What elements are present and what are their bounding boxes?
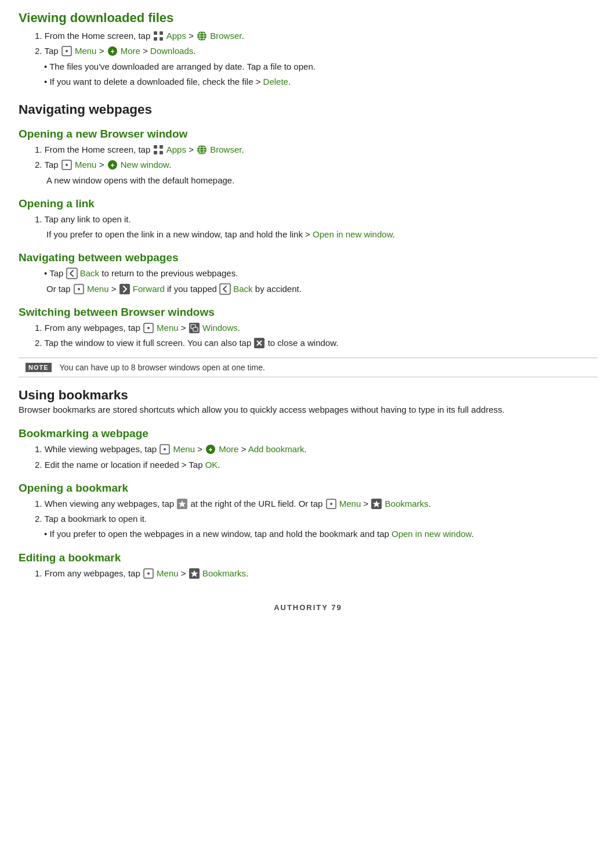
note-label-1: NOTE bbox=[26, 363, 52, 372]
menu-icon-1 bbox=[61, 45, 73, 57]
step-bookmark-1: 1. While viewing webpages, tap Menu > Mo… bbox=[35, 442, 597, 456]
apps-icon-1 bbox=[153, 30, 164, 42]
bullet-view-2: If you want to delete a downloaded file,… bbox=[44, 75, 597, 88]
step-bookmark-2: 2. Edit the name or location if needed >… bbox=[35, 458, 597, 471]
back-label-2: Back bbox=[233, 284, 252, 294]
bookmarks-icon-2 bbox=[189, 568, 200, 579]
bookmarks-icon-1 bbox=[371, 498, 382, 510]
open-new-window-label-1: Open in new window bbox=[313, 229, 393, 239]
more-label-2: More bbox=[219, 444, 238, 454]
menu-label-3: Menu bbox=[87, 284, 109, 294]
bookmarkstar-icon-1 bbox=[176, 498, 188, 510]
menu-icon-3 bbox=[73, 283, 85, 295]
step-openlink-indent: If you prefer to open the link in a new … bbox=[46, 228, 597, 241]
step-openbrowser-2: 2. Tap Menu > New window. bbox=[35, 158, 597, 171]
forward-label-1: Forward bbox=[133, 284, 165, 294]
bookmarks-label-1: Bookmarks bbox=[385, 499, 429, 509]
newwin-icon-1 bbox=[107, 159, 118, 171]
sub-title-edit-bookmark: Editing a bookmark bbox=[19, 551, 597, 564]
bookmarks-intro: Browser bookmarks are stored shortcuts w… bbox=[19, 403, 597, 417]
sub-title-nav-between: Navigating between webpages bbox=[19, 251, 597, 264]
menu-icon-7 bbox=[143, 568, 154, 579]
menu-icon-6 bbox=[325, 498, 337, 510]
note-box-1: NOTE You can have up to 8 browser window… bbox=[19, 358, 597, 377]
step-openbm-2: 2. Tap a bookmark to open it. bbox=[35, 512, 597, 525]
section-title-viewing: Viewing downloaded files bbox=[19, 10, 597, 26]
apps-label-2: Apps bbox=[166, 145, 186, 154]
step-openbrowser-1: 1. From the Home screen, tap Apps > Brow… bbox=[35, 143, 597, 156]
more-icon-2 bbox=[205, 443, 216, 455]
step-view-1: 1. From the Home screen, tap Apps > Brow… bbox=[35, 29, 597, 42]
back-label-1: Back bbox=[80, 268, 99, 278]
section-heading-bookmarks: Using bookmarks bbox=[19, 388, 597, 403]
add-bookmark-label: Add bookmark bbox=[248, 444, 305, 454]
bullet-openbm-1: If you prefer to open the webpages in a … bbox=[44, 527, 597, 540]
step-switch-2: 2. Tap the window to view it full screen… bbox=[35, 336, 597, 349]
step-switch-1: 1. From any webpages, tap Menu > Windows… bbox=[35, 321, 597, 334]
sub-title-opening-link: Opening a link bbox=[19, 197, 597, 210]
step-openbrowser-indent: A new window opens with the default home… bbox=[46, 174, 597, 187]
bullet-nav-1: Tap Back to return to the previous webpa… bbox=[44, 266, 597, 280]
downloads-label: Downloads bbox=[150, 46, 193, 56]
windows-label-1: Windows bbox=[202, 323, 238, 333]
bookmarks-label-2: Bookmarks bbox=[202, 568, 246, 578]
menu-label-1: Menu bbox=[75, 46, 97, 56]
step-editbm-1: 1. From any webpages, tap Menu > Bookmar… bbox=[35, 567, 597, 580]
step-openlink-1: 1. Tap any link to open it. bbox=[35, 212, 597, 226]
browser-icon-2 bbox=[196, 144, 208, 156]
menu-label-7: Menu bbox=[157, 568, 179, 578]
back-icon-1 bbox=[66, 268, 78, 279]
open-new-window-label-2: Open in new window bbox=[392, 529, 472, 539]
browser-label-2: Browser bbox=[210, 145, 241, 154]
sub-title-bookmarking: Bookmarking a webpage bbox=[19, 427, 597, 440]
menu-label-2: Menu bbox=[75, 160, 97, 170]
step-openbm-1: 1. When viewing any webpages, tap at the… bbox=[35, 497, 597, 510]
browser-icon-1 bbox=[196, 30, 208, 42]
more-label-1: More bbox=[121, 46, 140, 56]
sub-title-switching: Switching between Browser windows bbox=[19, 306, 597, 319]
delete-label: Delete bbox=[263, 77, 288, 86]
sub-title-open-bookmark: Opening a bookmark bbox=[19, 482, 597, 495]
sub-title-opening-browser: Opening a new Browser window bbox=[19, 128, 597, 140]
apps-icon-2 bbox=[153, 144, 164, 156]
menu-icon-5 bbox=[159, 443, 171, 455]
note-text-1: You can have up to 8 browser windows ope… bbox=[60, 363, 265, 372]
forward-icon-1 bbox=[119, 283, 131, 295]
browser-label-1: Browser bbox=[210, 31, 241, 41]
menu-label-4: Menu bbox=[157, 323, 179, 333]
page-container: Viewing downloaded files 1. From the Hom… bbox=[19, 10, 597, 612]
newwin-label-1: New window bbox=[121, 160, 169, 170]
back-icon-2 bbox=[219, 283, 231, 295]
section-heading-navigating: Navigating webpages bbox=[19, 102, 597, 117]
bullet-view-1: The files you've downloaded are arranged… bbox=[44, 60, 597, 73]
menu-label-6: Menu bbox=[339, 499, 361, 509]
step-nav-indent: Or tap Menu > Forward if you tapped Back… bbox=[46, 282, 597, 295]
ok-label: OK bbox=[205, 460, 218, 470]
menu-label-5: Menu bbox=[173, 444, 195, 454]
windows-icon-1 bbox=[189, 322, 200, 334]
more-icon-1 bbox=[107, 45, 118, 57]
page-footer: AUTHORITY 79 bbox=[19, 603, 597, 612]
step-view-2: 2. Tap Menu > More > Downloads. bbox=[35, 44, 597, 57]
menu-icon-2 bbox=[61, 159, 73, 171]
apps-label-1: Apps bbox=[166, 31, 186, 41]
menu-icon-4 bbox=[143, 322, 154, 334]
closex-icon-1 bbox=[253, 337, 265, 349]
